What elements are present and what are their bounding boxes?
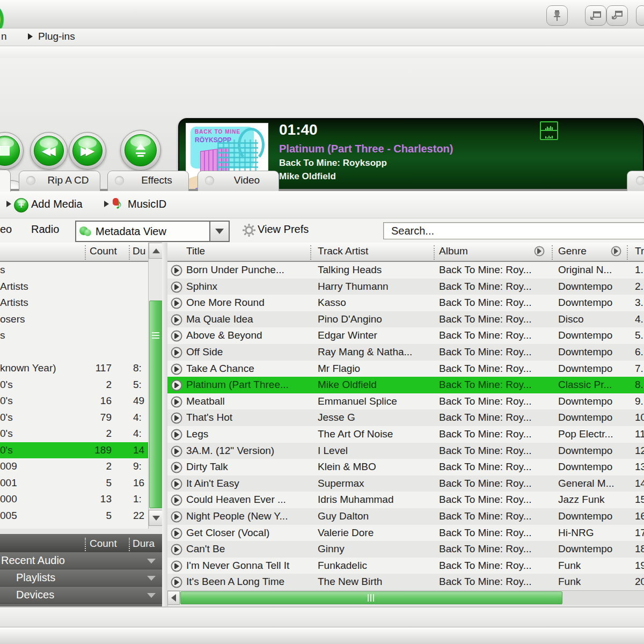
table-row[interactable]: Born Under Punche... Talking Heads Back … [167, 262, 644, 279]
row-play-icon[interactable] [171, 462, 182, 473]
nav-item-radio[interactable]: Radio [31, 223, 59, 236]
column-separator[interactable] [129, 245, 130, 260]
row-play-icon[interactable] [171, 576, 182, 588]
add-media-button[interactable]: Add Media [31, 198, 83, 210]
row-play-icon[interactable] [171, 265, 182, 276]
list-item[interactable]: 001 5 16 [0, 475, 148, 492]
menu-item-plugins[interactable]: Plug-ins [28, 31, 75, 42]
list-item[interactable]: Artists [0, 279, 148, 295]
chevron-down-icon[interactable] [147, 559, 156, 564]
table-row[interactable]: Ma Quale Idea Pino D'Angino Back To Mine… [167, 311, 644, 328]
row-play-icon[interactable] [171, 429, 182, 441]
column-separator[interactable] [85, 245, 86, 260]
column-separator[interactable] [627, 245, 628, 260]
minimize-to-window-icon[interactable] [585, 5, 606, 26]
table-row[interactable]: It Ain't Easy Supermax Back To Mine: Roy… [167, 475, 644, 492]
row-play-icon[interactable] [171, 363, 182, 375]
view-prefs-button[interactable]: View Prefs [258, 223, 309, 236]
scroll-left-button[interactable] [167, 591, 180, 605]
list-item[interactable]: 005 5 22 [0, 508, 148, 524]
tab[interactable]: Rip A CD [19, 171, 100, 191]
list-item[interactable]: Artists [0, 295, 148, 311]
album-sort-icon[interactable] [534, 246, 545, 257]
musicid-icon[interactable]: ♪ [113, 197, 126, 212]
scrollbar-thumb[interactable] [149, 301, 163, 508]
scroll-up-button[interactable] [149, 243, 163, 259]
rewind-button[interactable]: ◀◀ [30, 132, 68, 170]
menu-item-partial[interactable]: n [1, 31, 7, 42]
list-item[interactable]: known Year) 117 8: [0, 360, 148, 377]
restore-window-icon[interactable] [606, 5, 628, 26]
list-item[interactable]: 000 13 1: [0, 491, 148, 508]
row-play-icon[interactable] [171, 544, 182, 555]
view-mode-dropdown[interactable]: Metadata View [75, 221, 230, 242]
table-row[interactable]: Can't Be Ginny Back To Mine: Roy... Down… [167, 541, 644, 558]
column-album[interactable]: Album [439, 245, 468, 257]
table-row[interactable]: Take A Chance Mr Flagio Back To Mine: Ro… [167, 361, 644, 377]
scrollbar-thumb[interactable] [180, 591, 562, 604]
table-row[interactable]: Off Side Ray Mang & Natha... Back To Min… [167, 344, 644, 361]
table-row[interactable]: Platinum (Part Three... Mike Oldfield Ba… [167, 377, 644, 393]
pin-icon[interactable] [546, 5, 568, 26]
fast-forward-button[interactable]: ▶▶ [69, 132, 106, 170]
column-separator[interactable] [434, 245, 435, 260]
row-play-icon[interactable] [171, 281, 182, 293]
tab-partial-right[interactable] [627, 171, 644, 191]
table-row[interactable]: Meatball Emmanuel Splice Back To Mine: R… [167, 393, 644, 410]
tab[interactable]: Video [197, 171, 279, 191]
table-row[interactable]: Above & Beyond Edgar Winter Back To Mine… [167, 327, 644, 344]
row-play-icon[interactable] [171, 396, 182, 408]
list-item[interactable] [0, 344, 148, 361]
source-row[interactable]: Recent Audio [0, 552, 162, 569]
row-play-icon[interactable] [171, 560, 182, 572]
left-column-duration[interactable]: Du [133, 245, 145, 257]
sources-column-duration[interactable]: Dura [133, 538, 155, 550]
table-row[interactable]: Legs The Art Of Noise Back To Mine: Roy.… [167, 426, 644, 443]
search-input[interactable] [383, 222, 644, 239]
tab[interactable]: Effects [107, 171, 189, 191]
list-item[interactable]: 0's 189 14 [0, 442, 148, 459]
column-track-artist[interactable]: Track Artist [318, 245, 368, 257]
source-row[interactable]: Devices [0, 587, 162, 604]
table-row[interactable]: Dirty Talk Klein & MBO Back To Mine: Roy… [167, 459, 644, 475]
dropdown-arrow-button[interactable] [209, 222, 229, 241]
row-play-icon[interactable] [171, 347, 182, 358]
list-item[interactable]: osers [0, 311, 148, 328]
table-row[interactable]: Get Closer (Vocal) Valerie Dore Back To … [167, 525, 644, 541]
row-play-icon[interactable] [171, 528, 182, 539]
nav-item-partial[interactable]: eo [0, 223, 12, 236]
titlebar-partial-button[interactable] [636, 5, 644, 26]
list-item[interactable]: 0's 2 5: [0, 377, 148, 393]
eject-button[interactable] [120, 130, 161, 171]
list-item[interactable]: s [0, 327, 148, 344]
source-row[interactable]: Playlists [0, 569, 162, 587]
row-play-icon[interactable] [171, 511, 182, 523]
scroll-down-button[interactable] [149, 510, 163, 526]
left-panel-scrollbar[interactable] [148, 243, 163, 529]
musicid-button[interactable]: MusicID [128, 198, 166, 210]
row-play-icon[interactable] [171, 478, 182, 490]
column-separator[interactable] [310, 245, 311, 260]
column-separator[interactable] [129, 538, 130, 551]
row-play-icon[interactable] [171, 314, 182, 326]
row-play-icon[interactable] [171, 379, 182, 391]
row-play-icon[interactable] [171, 494, 182, 506]
left-column-count[interactable]: Count [90, 245, 117, 257]
list-item[interactable]: 0's 2 4: [0, 426, 148, 442]
table-row[interactable]: Could Heaven Ever ... Idris Muhammad Bac… [167, 492, 644, 508]
table-row[interactable]: I'm Never Gonna Tell It Funkadelic Back … [167, 558, 644, 574]
table-row[interactable]: It's Been A Long Time The New Birth Back… [167, 574, 644, 590]
chevron-down-icon[interactable] [147, 576, 156, 581]
chevron-down-icon[interactable] [147, 593, 156, 598]
column-separator[interactable] [85, 538, 86, 551]
row-play-icon[interactable] [171, 445, 182, 457]
stop-button[interactable] [0, 132, 24, 170]
table-row[interactable]: That's Hot Jesse G Back To Mine: Roy... … [167, 409, 644, 426]
row-play-icon[interactable] [171, 412, 182, 424]
table-hscrollbar[interactable] [167, 590, 644, 605]
add-media-icon[interactable]: + [14, 198, 28, 213]
sources-column-count[interactable]: Count [90, 538, 117, 550]
list-item[interactable]: 0's 79 4: [0, 409, 148, 426]
column-genre[interactable]: Genre [558, 245, 587, 257]
list-item[interactable]: s [0, 262, 148, 279]
